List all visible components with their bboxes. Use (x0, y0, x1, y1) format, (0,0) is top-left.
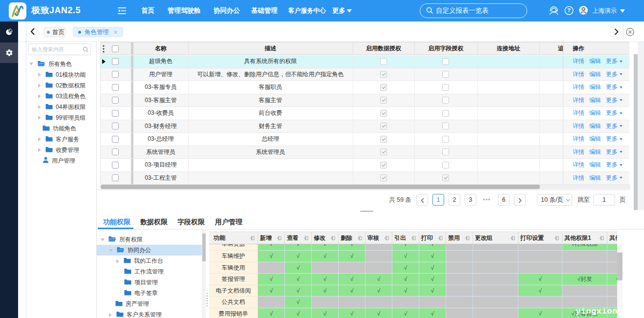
svg-text:?: ? (567, 7, 571, 13)
